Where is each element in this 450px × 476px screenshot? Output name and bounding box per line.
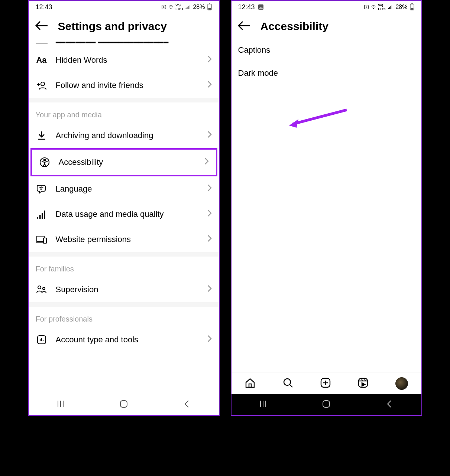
list-label: Account type and tools xyxy=(56,335,199,345)
nav-create[interactable] xyxy=(320,377,331,390)
list-label: Archiving and downloading xyxy=(56,131,199,140)
section-header-app: Your app and media xyxy=(29,102,219,123)
chevron-right-icon xyxy=(204,157,209,168)
screen-recorder-icon xyxy=(161,4,166,10)
svg-rect-52 xyxy=(249,384,251,387)
download-icon xyxy=(36,131,48,140)
home-button[interactable] xyxy=(119,399,129,410)
svg-rect-4 xyxy=(187,7,188,9)
list-item-data-usage[interactable]: Data usage and media quality xyxy=(29,202,219,227)
page-header: Settings and privacy xyxy=(29,13,219,39)
list-label: Accessibility xyxy=(59,157,196,167)
svg-rect-66 xyxy=(323,401,330,407)
list-item-website-permissions[interactable]: Website permissions xyxy=(29,227,219,252)
signal-icon xyxy=(185,4,190,10)
svg-line-54 xyxy=(290,385,292,387)
svg-rect-43 xyxy=(391,6,391,9)
arrow-annotation xyxy=(287,106,350,128)
highlight-annotation: Accessibility xyxy=(30,148,217,176)
list-item-archiving[interactable]: Archiving and downloading xyxy=(29,123,219,148)
svg-rect-44 xyxy=(392,5,392,9)
svg-marker-1 xyxy=(164,6,165,8)
svg-rect-25 xyxy=(43,238,46,243)
battery-percentage: 28% xyxy=(193,4,205,10)
bottom-tab-bar xyxy=(232,372,421,394)
chevron-right-icon xyxy=(207,334,212,345)
back-nav-button[interactable] xyxy=(182,399,192,410)
chevron-right-icon xyxy=(207,209,212,220)
list-item-language[interactable]: 文 Language xyxy=(29,176,219,202)
nav-home[interactable] xyxy=(245,377,256,390)
screenshot-notif-icon xyxy=(258,4,264,10)
list-label: Data usage and media quality xyxy=(56,209,199,219)
nav-profile[interactable] xyxy=(395,377,408,390)
svg-point-40 xyxy=(373,8,374,9)
list-item-dark-mode[interactable]: Dark mode xyxy=(232,62,421,85)
accessibility-icon xyxy=(39,157,51,167)
nav-reels[interactable] xyxy=(357,377,369,390)
section-header-professionals: For professionals xyxy=(29,307,219,327)
list-item-captions[interactable]: Captions xyxy=(232,39,421,62)
svg-rect-35 xyxy=(120,401,127,407)
clipped-icon xyxy=(36,43,48,43)
chevron-right-icon xyxy=(207,234,212,245)
back-button[interactable] xyxy=(237,20,252,33)
svg-point-11 xyxy=(41,82,45,86)
battery-icon xyxy=(409,3,415,11)
recents-button[interactable] xyxy=(56,399,65,410)
svg-point-27 xyxy=(43,287,45,290)
list-label: Dark mode xyxy=(238,68,278,78)
back-button[interactable] xyxy=(34,20,49,33)
status-icons: Vo)LTE1 28% xyxy=(364,3,414,11)
chevron-right-icon xyxy=(207,80,212,91)
chevron-right-icon xyxy=(207,284,212,295)
page-title: Settings and privacy xyxy=(58,20,167,33)
chevron-right-icon xyxy=(207,183,212,195)
svg-marker-62 xyxy=(362,383,365,386)
status-bar: 12:43 Vo)LTE1 28% xyxy=(29,1,219,13)
svg-rect-36 xyxy=(258,4,263,10)
svg-rect-22 xyxy=(44,211,45,219)
phone-right-accessibility: 12:43 Vo)LTE1 28% Accessibility Captions… xyxy=(231,0,422,416)
svg-point-26 xyxy=(38,286,41,289)
list-label: Website permissions xyxy=(56,235,199,244)
svg-rect-5 xyxy=(188,6,189,9)
signal-icon xyxy=(388,4,393,10)
phone-left-settings: 12:43 Vo)LTE1 28% Settings and privacy ━… xyxy=(28,0,220,416)
list-item-account-tools[interactable]: Account type and tools xyxy=(29,327,219,352)
wifi-icon xyxy=(168,4,174,10)
page-title: Accessibility xyxy=(260,20,328,33)
list-item-follow-invite[interactable]: Follow and invite friends xyxy=(29,73,219,98)
language-icon: 文 xyxy=(36,184,48,194)
list-label: Captions xyxy=(238,45,271,55)
screen-recorder-icon xyxy=(364,4,369,10)
text-aa-icon: Aa xyxy=(36,55,48,65)
list-item-hidden-words[interactable]: Aa Hidden Words xyxy=(29,48,219,73)
home-button[interactable] xyxy=(321,399,331,410)
svg-rect-46 xyxy=(411,3,413,4)
list-item-clipped[interactable]: ━━━━━━━━ ━━━━━━━━━━━━━━ xyxy=(29,39,219,48)
chart-box-icon xyxy=(36,335,48,345)
svg-rect-47 xyxy=(411,8,413,10)
devices-icon xyxy=(36,235,48,244)
svg-rect-41 xyxy=(388,8,389,9)
avatar-icon xyxy=(395,377,408,390)
list-item-supervision[interactable]: Supervision xyxy=(29,277,219,302)
wifi-icon xyxy=(371,4,376,10)
svg-rect-21 xyxy=(42,213,43,219)
list-item-accessibility[interactable]: Accessibility xyxy=(32,150,216,175)
system-nav-bar xyxy=(232,394,421,415)
list-label: Supervision xyxy=(56,285,199,294)
back-nav-button[interactable] xyxy=(385,399,394,410)
svg-marker-39 xyxy=(366,6,368,8)
svg-point-53 xyxy=(284,379,291,385)
list-label: Language xyxy=(56,184,199,194)
signal-bars-icon xyxy=(36,209,48,219)
system-nav-bar xyxy=(29,394,219,415)
svg-text:文: 文 xyxy=(39,186,43,190)
svg-marker-51 xyxy=(289,119,298,128)
chevron-right-icon xyxy=(207,130,212,141)
recents-button[interactable] xyxy=(258,399,268,410)
nav-search[interactable] xyxy=(282,377,294,390)
svg-point-19 xyxy=(37,217,38,219)
